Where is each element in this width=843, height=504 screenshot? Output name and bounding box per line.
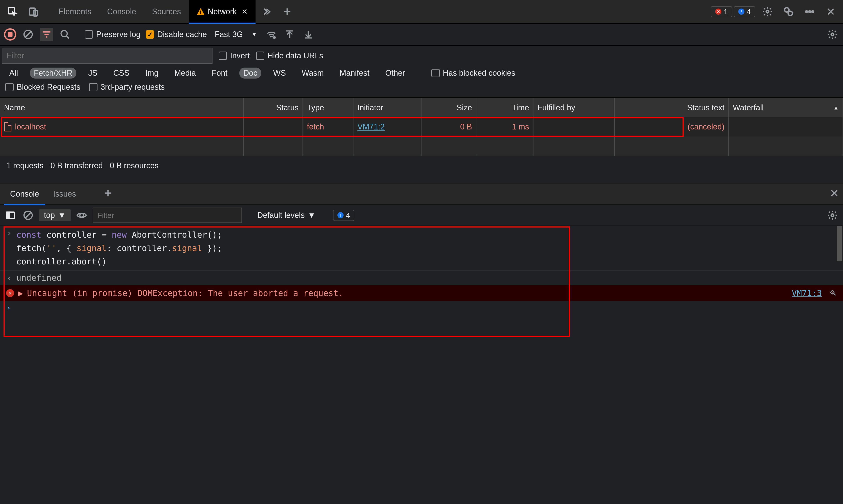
col-status-text[interactable]: Status text xyxy=(615,98,729,117)
cell-status-text: (canceled) xyxy=(615,117,729,137)
preserve-log-checkbox[interactable]: Preserve log xyxy=(85,30,141,39)
return-value: undefined xyxy=(16,273,62,283)
export-har-icon[interactable] xyxy=(302,28,315,41)
cell-initiator[interactable]: VM71:2 xyxy=(353,117,421,137)
cell-fulfilled-by xyxy=(533,117,615,137)
console-input-line: › const controller = new AbortController… xyxy=(0,226,843,271)
checkbox-icon xyxy=(85,30,93,39)
table-row-empty xyxy=(0,137,843,156)
experiments-icon[interactable] xyxy=(779,2,798,21)
svg-point-8 xyxy=(812,11,813,13)
disable-cache-checkbox[interactable]: Disable cache xyxy=(146,30,207,39)
network-toolbar: Preserve log Disable cache Fast 3G ▼ xyxy=(0,24,843,46)
tab-console[interactable]: Console xyxy=(99,0,144,23)
console-issues-badge[interactable]: ! 4 xyxy=(333,210,354,221)
live-expression-icon[interactable] xyxy=(75,209,88,222)
device-toolbar-icon[interactable] xyxy=(24,2,43,21)
file-icon xyxy=(4,122,12,131)
invert-checkbox[interactable]: Invert xyxy=(219,51,250,60)
console-prompt[interactable]: › xyxy=(0,301,843,314)
drawer-add-tab-icon[interactable] xyxy=(103,188,113,200)
col-size[interactable]: Size xyxy=(421,98,476,117)
col-fulfilled-by[interactable]: Fulfilled by xyxy=(533,98,615,117)
issues-badge[interactable]: ! 4 xyxy=(734,6,755,17)
tab-network[interactable]: Network ✕ xyxy=(189,0,256,23)
close-icon[interactable]: ✕ xyxy=(242,7,248,16)
console-settings-icon[interactable] xyxy=(826,209,839,222)
console-input-code: const controller = new AbortController()… xyxy=(16,228,222,268)
type-media[interactable]: Media xyxy=(170,68,200,78)
console-body: › const controller = new AbortController… xyxy=(0,226,843,314)
error-source-link[interactable]: VM71:3 xyxy=(792,288,822,298)
caret-down-icon: ▼ xyxy=(251,31,257,37)
issue-dot-icon: ! xyxy=(738,8,744,15)
caret-down-icon: ▼ xyxy=(58,211,66,220)
magnify-icon[interactable]: 🔍︎ xyxy=(829,289,837,298)
log-levels-select[interactable]: Default levels ▼ xyxy=(257,211,316,220)
import-har-icon[interactable] xyxy=(283,28,296,41)
col-time[interactable]: Time xyxy=(476,98,533,117)
search-icon[interactable] xyxy=(58,28,72,41)
console-clear-icon[interactable] xyxy=(21,209,35,222)
console-sidebar-toggle-icon[interactable] xyxy=(4,209,17,222)
scrollbar[interactable] xyxy=(837,226,842,261)
type-other[interactable]: Other xyxy=(381,68,409,78)
tab-drawer-console[interactable]: Console xyxy=(4,183,45,205)
record-button[interactable] xyxy=(4,28,16,41)
has-blocked-cookies-checkbox[interactable]: Has blocked cookies xyxy=(432,69,515,78)
type-wasm[interactable]: Wasm xyxy=(298,68,328,78)
checkbox-icon xyxy=(5,83,14,91)
blocked-requests-checkbox[interactable]: Blocked Requests xyxy=(5,83,80,92)
clear-icon[interactable] xyxy=(21,28,35,41)
console-error-line[interactable]: ✕ ▶ Uncaught (in promise) DOMException: … xyxy=(0,285,843,301)
svg-point-10 xyxy=(61,31,67,37)
col-name[interactable]: Name xyxy=(0,98,244,117)
network-settings-icon[interactable] xyxy=(826,28,839,41)
filter-toggle-icon[interactable] xyxy=(40,28,53,41)
type-js[interactable]: JS xyxy=(84,68,101,78)
type-manifest[interactable]: Manifest xyxy=(336,68,373,78)
type-ws[interactable]: WS xyxy=(269,68,290,78)
col-status[interactable]: Status xyxy=(244,98,303,117)
type-fetch-xhr[interactable]: Fetch/XHR xyxy=(30,68,76,78)
throttling-select[interactable]: Fast 3G ▼ xyxy=(212,29,260,40)
tab-drawer-issues[interactable]: Issues xyxy=(47,183,82,205)
error-message: Uncaught (in promise) DOMException: The … xyxy=(27,288,343,298)
table-row[interactable]: localhost fetch VM71:2 0 B 1 ms (cancele… xyxy=(0,117,843,137)
col-type[interactable]: Type xyxy=(303,98,353,117)
col-waterfall[interactable]: Waterfall ▲ xyxy=(729,98,843,117)
expand-icon[interactable]: ▶ xyxy=(18,288,23,298)
tab-elements[interactable]: Elements xyxy=(51,0,99,23)
network-conditions-icon[interactable] xyxy=(265,28,278,41)
checkbox-icon xyxy=(219,52,227,60)
svg-point-16 xyxy=(80,214,84,217)
type-doc[interactable]: Doc xyxy=(239,68,261,78)
svg-rect-1 xyxy=(30,8,35,15)
type-css[interactable]: CSS xyxy=(109,68,134,78)
col-initiator[interactable]: Initiator xyxy=(353,98,421,117)
add-tab-icon[interactable] xyxy=(278,2,297,21)
filter-input[interactable] xyxy=(2,48,212,64)
execution-context-select[interactable]: top ▼ xyxy=(39,209,71,221)
drawer-close-icon[interactable] xyxy=(829,188,839,200)
svg-point-7 xyxy=(809,11,810,13)
type-img[interactable]: Img xyxy=(141,68,162,78)
errors-badge[interactable]: ✕ 1 xyxy=(711,6,732,17)
svg-point-5 xyxy=(788,11,792,16)
kebab-menu-icon[interactable] xyxy=(800,2,819,21)
console-filter-input[interactable] xyxy=(93,208,242,223)
input-chevron-icon: › xyxy=(6,228,12,238)
close-devtools-icon[interactable] xyxy=(821,2,840,21)
table-header: Name Status Type Initiator Size Time Ful… xyxy=(0,98,843,117)
tab-sources[interactable]: Sources xyxy=(144,0,189,23)
settings-icon[interactable] xyxy=(758,2,777,21)
type-font[interactable]: Font xyxy=(208,68,231,78)
more-tabs-icon[interactable] xyxy=(257,2,276,21)
svg-point-3 xyxy=(766,10,769,13)
inspect-element-icon[interactable] xyxy=(3,2,22,21)
hide-data-urls-checkbox[interactable]: Hide data URLs xyxy=(256,51,323,60)
third-party-checkbox[interactable]: 3rd-party requests xyxy=(89,83,165,92)
type-all[interactable]: All xyxy=(5,68,22,78)
network-filter-area: Invert Hide data URLs All Fetch/XHR JS C… xyxy=(0,46,843,98)
checkbox-icon xyxy=(256,52,264,60)
